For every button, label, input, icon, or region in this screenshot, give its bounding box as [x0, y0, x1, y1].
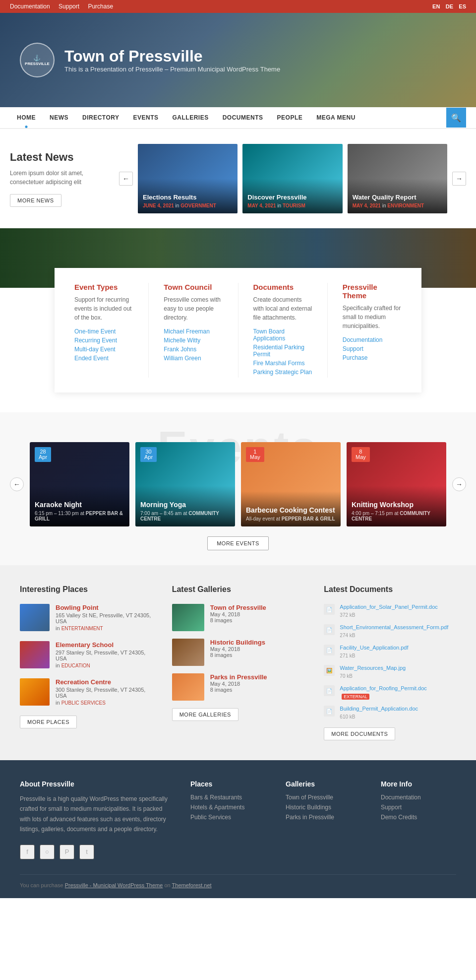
- feature-link-2-0[interactable]: Town Board Applications: [253, 328, 312, 342]
- doc-info-2: Facility_Use_Application.pdf 271 kB: [340, 645, 408, 659]
- site-logo: ⚓ PRESSVILLE: [20, 43, 55, 77]
- feature-link-0-0[interactable]: One-time Event: [74, 328, 133, 335]
- footer-places-link-2[interactable]: Public Services: [190, 814, 266, 821]
- doc-name-1[interactable]: Short_Environmental_Assessment_Form.pdf: [340, 624, 448, 630]
- news-next-button[interactable]: →: [452, 172, 466, 186]
- doc-name-0[interactable]: Application_for_Solar_Panel_Permit.doc: [340, 604, 438, 610]
- doc-info-4: Application_for_Roofing_Permit.doc EXTER…: [340, 685, 427, 700]
- doc-name-3[interactable]: Water_Resources_Map.jpg: [340, 665, 406, 671]
- news-card-date-1: May 4, 2021: [247, 203, 276, 208]
- latest-news-section: Latest News Lorem ipsum dolor sit amet, …: [0, 129, 476, 228]
- more-places-button[interactable]: MORE PLACES: [20, 716, 77, 728]
- nav-directory[interactable]: DIRECTORY: [75, 107, 126, 128]
- hero-text-block: Town of Pressville This is a Presentatio…: [64, 47, 280, 73]
- place-name-0[interactable]: Bowling Point: [56, 604, 99, 611]
- nav-news[interactable]: NEWS: [43, 107, 75, 128]
- doc-name-5[interactable]: Building_Permit_Application.doc: [340, 706, 418, 712]
- news-carousel: ← Elections Results June 4, 2021 in GOVE…: [119, 144, 466, 213]
- nav-galleries[interactable]: GALLERIES: [166, 107, 216, 128]
- footer-places-title: Places: [190, 780, 266, 788]
- latest-galleries-section: Latest Galleries Town of Pressville May …: [172, 585, 304, 740]
- feature-theme: Pressville Theme Specifically crafted fo…: [343, 283, 402, 378]
- feature-link-0-3[interactable]: Ended Event: [74, 355, 133, 362]
- topbar-purchase-link[interactable]: Purchase: [88, 3, 113, 10]
- nav-people[interactable]: PEOPLE: [270, 107, 310, 128]
- feature-link-1-3[interactable]: William Green: [164, 355, 223, 362]
- nav-documents[interactable]: DOCUMENTS: [216, 107, 270, 128]
- feature-link-2-3[interactable]: Parking Strategic Plan: [253, 369, 312, 376]
- footer-places-link-1[interactable]: Hotels & Apartments: [190, 804, 266, 811]
- news-card-cat-2: ENVIRONMENT: [387, 203, 424, 208]
- footer-theme-link[interactable]: Pressville - Municipal WordPress Theme: [65, 882, 163, 888]
- search-button[interactable]: 🔍: [446, 108, 466, 128]
- twitter-button[interactable]: t: [79, 845, 94, 859]
- topbar-documentation-link[interactable]: Documentation: [10, 3, 50, 10]
- lang-es[interactable]: ES: [459, 3, 466, 9]
- gallery-name-1[interactable]: Historic Buildings: [210, 639, 265, 646]
- places-title: Interesting Places: [20, 585, 152, 594]
- doc-name-2[interactable]: Facility_Use_Application.pdf: [340, 645, 408, 651]
- feature-link-2-2[interactable]: Fire Marshal Forms: [253, 360, 312, 367]
- feature-link-0-1[interactable]: Recurring Event: [74, 337, 133, 344]
- lang-en[interactable]: EN: [432, 3, 440, 9]
- feature-link-1-2[interactable]: Frank Johns: [164, 346, 223, 353]
- footer-more-info-link-0[interactable]: Documentation: [381, 794, 456, 801]
- feature-link-3-2[interactable]: Purchase: [343, 354, 402, 361]
- top-bar: Documentation Support Purchase EN DE ES: [0, 0, 476, 13]
- feature-link-1-0[interactable]: Michael Freeman: [164, 328, 223, 335]
- event-title-3: Knitting Workshop: [352, 501, 441, 509]
- topbar-support-link[interactable]: Support: [59, 3, 79, 10]
- news-prev-button[interactable]: ←: [119, 172, 133, 186]
- nav-home[interactable]: HOME: [10, 107, 43, 128]
- pinterest-button[interactable]: P: [60, 845, 74, 859]
- feature-title-1: Town Council: [164, 283, 223, 291]
- footer-galleries-link-1[interactable]: Historic Buildings: [286, 804, 361, 811]
- footer-galleries-link-2[interactable]: Parks in Pressville: [286, 814, 361, 821]
- more-documents-button[interactable]: MORE DOCUMENTS: [324, 727, 395, 740]
- lang-de[interactable]: DE: [446, 3, 453, 9]
- place-name-2[interactable]: Recreation Centre: [56, 678, 111, 686]
- footer-galleries-link-0[interactable]: Town of Pressville: [286, 794, 361, 801]
- more-news-button[interactable]: MORE NEWS: [10, 194, 61, 207]
- event-card-2: 1 May Barbecue Cooking Contest All-day e…: [241, 442, 341, 526]
- nav-events[interactable]: EVENTS: [126, 107, 166, 128]
- news-card-overlay-2: Water Quality Report May 4, 2021 in ENVI…: [348, 179, 447, 213]
- latest-documents-section: Latest Documents 📄 Application_for_Solar…: [324, 585, 456, 740]
- event-badge-1: 30 Apr: [140, 447, 157, 462]
- news-card-1: Discover Pressville May 4, 2021 in TOURI…: [242, 144, 342, 213]
- events-next-button[interactable]: →: [452, 477, 466, 491]
- gallery-count-0: 8 images: [210, 617, 266, 623]
- more-galleries-wrap: MORE GALLERIES: [172, 708, 304, 721]
- place-name-1[interactable]: Elementary School: [56, 641, 114, 649]
- events-prev-button[interactable]: ←: [10, 477, 24, 491]
- event-badge-3: 8 May: [352, 447, 370, 462]
- feature-link-0-2[interactable]: Multi-day Event: [74, 346, 133, 353]
- gallery-name-0[interactable]: Town of Pressville: [210, 604, 266, 611]
- event-month-3: May: [356, 455, 366, 460]
- event-card-0: 28 Apr Karaoke Night 6:15 pm – 11:30 pm …: [30, 442, 129, 526]
- gallery-img-2: [172, 673, 204, 701]
- news-card-meta-1: May 4, 2021 in TOURISM: [247, 203, 337, 208]
- feature-link-1-1[interactable]: Michelle Witty: [164, 337, 223, 344]
- footer-top: About Pressville Pressville is a high qu…: [20, 780, 456, 859]
- galleries-title: Latest Galleries: [172, 585, 304, 594]
- feature-title-2: Documents: [253, 283, 312, 291]
- footer-themeforest-link[interactable]: Themeforest.net: [172, 882, 212, 888]
- footer-places-link-0[interactable]: Bars & Restaurants: [190, 794, 266, 801]
- news-section-title: Latest News: [10, 151, 109, 164]
- feature-link-2-1[interactable]: Residential Parking Permit: [253, 344, 312, 358]
- feature-link-3-1[interactable]: Support: [343, 345, 402, 352]
- instagram-button[interactable]: ○: [40, 845, 55, 859]
- nav-links: HOME NEWS DIRECTORY EVENTS GALLERIES DOC…: [10, 107, 362, 128]
- doc-name-4[interactable]: Application_for_Roofing_Permit.doc: [340, 685, 427, 691]
- footer-more-info-link-2[interactable]: Demo Credits: [381, 814, 456, 821]
- event-time-1: 7:00 am – 8:45 am: [140, 511, 181, 516]
- facebook-button[interactable]: f: [20, 845, 35, 859]
- more-galleries-button[interactable]: MORE GALLERIES: [172, 708, 238, 721]
- more-events-button[interactable]: MORE EVENTS: [207, 536, 269, 550]
- place-address-1: 297 Stanley St, Pressville, VT 24305, US…: [56, 650, 152, 661]
- gallery-name-2[interactable]: Parks in Pressville: [210, 673, 267, 681]
- footer-more-info-link-1[interactable]: Support: [381, 804, 456, 811]
- nav-mega-menu[interactable]: MEGA MENU: [309, 107, 362, 128]
- feature-link-3-0[interactable]: Documentation: [343, 336, 402, 343]
